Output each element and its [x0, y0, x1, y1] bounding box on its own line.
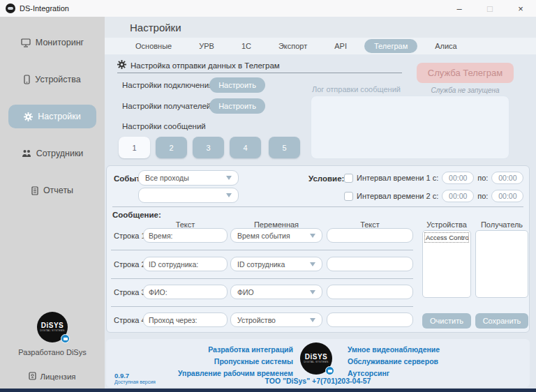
main-area: Настройки Основные УРВ 1С Экспорт API Те… [105, 17, 536, 389]
panel-divider [112, 206, 523, 207]
row-1-text-input[interactable] [143, 228, 228, 243]
disys-logo: DiSYS DIGITAL SYSTEMS [37, 312, 68, 342]
people-icon [22, 149, 31, 158]
row-divider [111, 306, 413, 307]
license-icon [29, 372, 36, 382]
version-number: 0.9.7 [114, 372, 156, 379]
log-output[interactable] [311, 96, 509, 159]
row-3-text2-input[interactable] [327, 285, 413, 299]
logo-badge-icon [325, 366, 334, 375]
message-tab-4[interactable]: 4 [230, 137, 261, 158]
interval-2-from-input[interactable] [442, 190, 474, 202]
device-list-item[interactable]: Access Controller [424, 232, 469, 243]
disys-logo: DiSYS DIGITAL SYSTEMS [300, 342, 332, 375]
title-bar: DS-Integration – □ × [0, 0, 536, 17]
sidebar-item-label: Мониторинг [36, 38, 84, 47]
tab-general[interactable]: Основные [126, 39, 181, 53]
message-settings-label: Настройки сообщений [122, 122, 206, 130]
version-note[interactable]: Доступная версия [114, 379, 156, 385]
clear-button[interactable]: Очистить [422, 313, 471, 329]
interval-1-from-input[interactable] [442, 172, 474, 184]
interval-2-to-label: по: [477, 192, 488, 200]
row-4-text2-input[interactable] [327, 312, 413, 327]
license-label: Лицензия [40, 372, 75, 381]
tab-api[interactable]: API [325, 39, 357, 53]
row-4-label: Строка 4 [114, 316, 146, 324]
telegram-settings-content: Настройка отправки данных в Телеграм Нас… [105, 54, 536, 389]
devices-listbox[interactable]: Access Controller [422, 230, 471, 298]
row-2-text-input[interactable] [143, 257, 228, 271]
window-title: DS-Integration [20, 4, 69, 13]
telegram-service-button[interactable]: Служба Телеграм [417, 63, 514, 83]
interval-1-checkbox[interactable] [344, 174, 353, 183]
row-divider [111, 278, 413, 279]
message-section-label: Сообщение: [112, 211, 161, 219]
message-tab-2[interactable]: 2 [156, 137, 187, 158]
section-divider [117, 73, 402, 73]
interval-2-to-input[interactable] [491, 190, 523, 202]
close-button[interactable]: × [505, 0, 536, 17]
row-3-variable-select[interactable]: ФИО [230, 285, 322, 299]
maximize-button[interactable]: □ [475, 0, 505, 17]
save-button[interactable]: Сохранить [475, 313, 528, 329]
sidebar-item-license[interactable]: Лицензия [0, 372, 105, 382]
app-logo-icon [6, 3, 15, 13]
developed-by-label: Разработано DiSys [0, 348, 105, 356]
column-header-recipient: Получатель [474, 220, 530, 229]
tab-alisa[interactable]: Алиса [425, 39, 467, 53]
service-status: Служба не запущена [417, 86, 514, 94]
message-tab-3[interactable]: 3 [193, 137, 224, 158]
tab-export[interactable]: Экспорт [269, 39, 317, 53]
interval-1-to-input[interactable] [491, 172, 523, 184]
tab-urv[interactable]: УРВ [189, 39, 224, 53]
footer-service: Умное видеонаблюдение [348, 344, 440, 356]
sidebar-item-monitoring[interactable]: Мониторинг [8, 31, 96, 54]
sidebar-item-label: Сотрудники [36, 149, 84, 158]
row-1-label: Строка 1 [114, 232, 146, 240]
page-title: Настройки [130, 22, 181, 33]
interval-row-1: Интервал времени 1 с: по: [344, 172, 523, 184]
sidebar-item-employees[interactable]: Сотрудники [8, 142, 96, 165]
footer-panel: Разработка интеграций Пропускные системы… [106, 339, 530, 387]
column-header-devices: Устройства [421, 220, 472, 229]
sidebar: Мониторинг Устройства Настройки Сотрудни… [0, 17, 105, 389]
document-icon [31, 186, 38, 195]
tab-telegram[interactable]: Телеграм [364, 39, 417, 53]
monitor-icon [21, 38, 31, 47]
interval-row-2: Интервал времени 2 с: по: [344, 190, 523, 202]
configure-connection-button[interactable]: Настроить [209, 77, 265, 93]
row-3-text-input[interactable] [143, 285, 228, 299]
tab-1c[interactable]: 1С [232, 39, 261, 53]
sidebar-item-label: Устройства [35, 75, 80, 84]
row-1-variable-select[interactable]: Время события [230, 228, 322, 243]
interval-2-checkbox[interactable] [344, 192, 353, 201]
connection-settings-label: Настройки подключения [122, 81, 213, 89]
message-config-panel: Событие: Все проходы Условие: Интервал в… [106, 165, 530, 333]
row-2-text2-input[interactable] [327, 257, 413, 271]
section-title: Настройка отправки данных в Телеграм [131, 61, 280, 70]
recipient-listbox[interactable] [475, 230, 528, 298]
row-2-label: Строка 2 [114, 260, 146, 269]
sidebar-item-settings[interactable]: Настройки [8, 105, 96, 128]
footer-service: Пропускные системы [106, 356, 293, 368]
row-2-variable-select[interactable]: ID сотрудника [230, 257, 322, 271]
footer-company-contact: ТОО "DiSys" +7(701)203-04-57 [106, 377, 530, 385]
footer-service: Разработка интеграций [106, 344, 293, 356]
row-4-variable-select[interactable]: Устройство [230, 312, 322, 327]
sidebar-item-devices[interactable]: Устройства [8, 68, 96, 91]
window-controls: – □ × [444, 0, 536, 17]
configure-recipients-button[interactable]: Настроить [209, 98, 265, 114]
sidebar-item-reports[interactable]: Отчеты [8, 179, 96, 202]
message-tab-5[interactable]: 5 [269, 137, 300, 158]
minimize-button[interactable]: – [444, 0, 475, 17]
row-4-text-input[interactable] [143, 312, 228, 327]
event-select-2[interactable] [138, 188, 239, 203]
page-header: Настройки [105, 17, 536, 38]
interval-1-label: Интервал времени 1 с: [357, 174, 438, 182]
row-1-text2-input[interactable] [327, 228, 413, 243]
section-heading: Настройка отправки данных в Телеграм [117, 60, 280, 70]
footer-version: 0.9.7 Доступная версия [114, 372, 156, 385]
message-tab-1[interactable]: 1 [119, 137, 150, 158]
event-select-1[interactable]: Все проходы [138, 170, 239, 186]
row-divider [111, 250, 413, 250]
